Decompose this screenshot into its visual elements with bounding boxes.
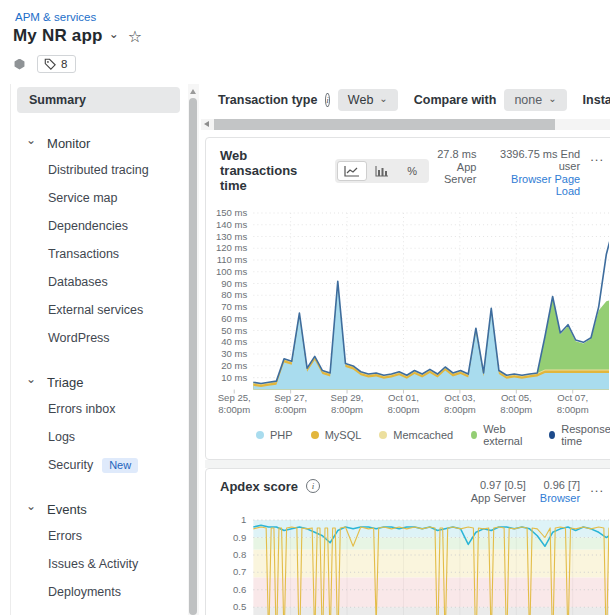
sidebar-section-events[interactable]: ⌄ Events bbox=[11, 496, 188, 522]
sidebar-item-distributed-tracing[interactable]: Distributed tracing bbox=[11, 156, 188, 184]
svg-text:80 ms: 80 ms bbox=[221, 289, 247, 300]
info-icon[interactable]: i bbox=[325, 93, 330, 107]
sidebar-item-errors-inbox[interactable]: Errors inbox bbox=[11, 395, 188, 423]
chevron-down-icon[interactable]: ⌄ bbox=[109, 27, 119, 41]
app-server-metric: 27.8 ms App Server bbox=[429, 148, 476, 197]
svg-text:110 ms: 110 ms bbox=[217, 254, 248, 265]
percent-toggle-button[interactable]: % bbox=[397, 161, 427, 181]
svg-text:0.5: 0.5 bbox=[233, 601, 246, 612]
sidebar-item-external-services[interactable]: External services bbox=[11, 296, 188, 324]
legend-dot bbox=[549, 431, 555, 439]
legend-dot bbox=[379, 431, 387, 439]
metric-value: 0.97 [0.5] bbox=[471, 479, 526, 491]
svg-text:0.9: 0.9 bbox=[233, 531, 246, 542]
tag-count: 8 bbox=[61, 58, 67, 70]
sidebar-section-label: Monitor bbox=[47, 136, 90, 151]
sidebar-item-dependencies[interactable]: Dependencies bbox=[11, 212, 188, 240]
svg-text:0.8: 0.8 bbox=[233, 549, 246, 560]
apdex-browser-metric: 0.96 [7] Browser bbox=[540, 479, 580, 504]
main-content: Transaction type i Web ⌄ Compare with no… bbox=[199, 80, 610, 615]
chevron-down-icon: ⌄ bbox=[26, 137, 36, 143]
metric-value: 27.8 ms bbox=[429, 148, 476, 160]
svg-text:8:00pm: 8:00pm bbox=[557, 404, 589, 415]
sidebar-item-issues-activity[interactable]: Issues & Activity bbox=[11, 550, 188, 578]
instances-label: Instances bbox=[583, 93, 610, 107]
metric-value: 0.96 [7] bbox=[540, 479, 580, 491]
star-icon[interactable]: ☆ bbox=[128, 27, 142, 46]
browser-link[interactable]: Browser bbox=[540, 492, 580, 504]
line-chart-toggle-button[interactable] bbox=[337, 161, 367, 181]
legend-item[interactable]: MySQL bbox=[311, 423, 362, 447]
svg-text:8:00pm: 8:00pm bbox=[218, 404, 250, 415]
bar-chart-toggle-button[interactable] bbox=[367, 161, 397, 181]
svg-text:8:00pm: 8:00pm bbox=[444, 404, 476, 415]
card-menu-button[interactable]: ... bbox=[590, 148, 604, 162]
chevron-down-icon: ⌄ bbox=[26, 503, 36, 509]
sidebar-item-label: Security bbox=[48, 458, 93, 472]
legend-item[interactable]: Memcached bbox=[379, 423, 453, 447]
legend-label: MySQL bbox=[325, 429, 362, 441]
legend-label: Web external bbox=[483, 423, 531, 447]
chevron-down-icon: ⌄ bbox=[548, 93, 556, 104]
browser-page-load-link[interactable]: Browser Page Load bbox=[490, 173, 580, 197]
sidebar-section-label: Triage bbox=[47, 375, 83, 390]
legend-item[interactable]: Response time bbox=[549, 423, 610, 447]
sidebar-item-summary[interactable]: Summary bbox=[17, 87, 180, 113]
svg-text:130 ms: 130 ms bbox=[216, 231, 248, 242]
tags-badge[interactable]: 8 bbox=[37, 55, 76, 73]
metric-label: App Server bbox=[429, 161, 476, 185]
svg-text:10 ms: 10 ms bbox=[221, 372, 247, 383]
metric-label: App Server bbox=[471, 492, 526, 504]
percent-icon: % bbox=[407, 165, 417, 177]
horizontal-scrollbar[interactable] bbox=[201, 119, 610, 130]
compare-with-value: none bbox=[514, 93, 542, 107]
sidebar-item-security[interactable]: Security New bbox=[11, 451, 188, 479]
svg-text:90 ms: 90 ms bbox=[221, 278, 247, 289]
scroll-up-arrow-icon[interactable] bbox=[190, 89, 196, 94]
apdex-chart: 10.90.80.70.60.50.4 bbox=[206, 510, 609, 615]
vertical-scrollbar-thumb[interactable] bbox=[189, 98, 197, 615]
sidebar-item-errors[interactable]: Errors bbox=[11, 522, 188, 550]
metric-value: 3396.75 ms End user bbox=[490, 148, 580, 172]
sidebar-item-service-map[interactable]: Service map bbox=[11, 184, 188, 212]
sidebar-item-wordpress[interactable]: WordPress bbox=[11, 324, 188, 352]
legend-label: Memcached bbox=[393, 429, 453, 441]
transaction-type-value: Web bbox=[348, 93, 373, 107]
legend-label: PHP bbox=[270, 429, 293, 441]
line-chart-icon bbox=[344, 165, 360, 177]
web-transactions-header: Web transactions time bbox=[206, 138, 610, 201]
new-badge: New bbox=[102, 458, 138, 473]
horizontal-scrollbar-thumb[interactable] bbox=[214, 119, 555, 130]
card-title: Apdex score bbox=[220, 479, 298, 494]
legend-dot bbox=[471, 431, 477, 439]
sidebar-item-transactions[interactable]: Transactions bbox=[11, 240, 188, 268]
scroll-left-arrow-icon[interactable] bbox=[204, 121, 209, 127]
svg-text:140 ms: 140 ms bbox=[216, 219, 248, 230]
sidebar-section-triage[interactable]: ⌄ Triage bbox=[11, 369, 188, 395]
legend-item[interactable]: Web external bbox=[471, 423, 531, 447]
svg-text:Oct 01,: Oct 01, bbox=[388, 392, 419, 403]
compare-with-dropdown[interactable]: none ⌄ bbox=[504, 89, 566, 111]
sidebar: Summary ⌄ Monitor Distributed tracing Se… bbox=[10, 84, 188, 615]
sidebar-item-databases[interactable]: Databases bbox=[11, 268, 188, 296]
info-icon[interactable]: i bbox=[306, 479, 320, 493]
svg-text:Sep 29,: Sep 29, bbox=[331, 392, 364, 403]
legend-item[interactable]: PHP bbox=[256, 423, 293, 447]
svg-text:Sep 27,: Sep 27, bbox=[274, 392, 307, 403]
sidebar-section-monitor[interactable]: ⌄ Monitor bbox=[11, 130, 188, 156]
title-row: My NR app ⌄ ☆ bbox=[13, 26, 142, 46]
transaction-type-dropdown[interactable]: Web ⌄ bbox=[338, 89, 398, 111]
svg-text:120 ms: 120 ms bbox=[216, 242, 248, 253]
sidebar-item-deployments[interactable]: Deployments bbox=[11, 578, 188, 606]
transaction-type-label: Transaction type bbox=[218, 93, 317, 107]
card-menu-button[interactable]: ... bbox=[590, 479, 604, 493]
sidebar-item-logs[interactable]: Logs bbox=[11, 423, 188, 451]
vertical-scrollbar[interactable] bbox=[188, 84, 199, 615]
filter-bar: Transaction type i Web ⌄ Compare with no… bbox=[199, 80, 610, 113]
svg-text:0.6: 0.6 bbox=[233, 583, 246, 594]
chevron-down-icon: ⌄ bbox=[379, 93, 387, 104]
breadcrumb[interactable]: APM & services bbox=[15, 11, 96, 23]
sidebar-section-label: Events bbox=[47, 502, 87, 517]
page-title: My NR app bbox=[13, 26, 103, 46]
card-title: Web transactions time bbox=[220, 148, 327, 193]
